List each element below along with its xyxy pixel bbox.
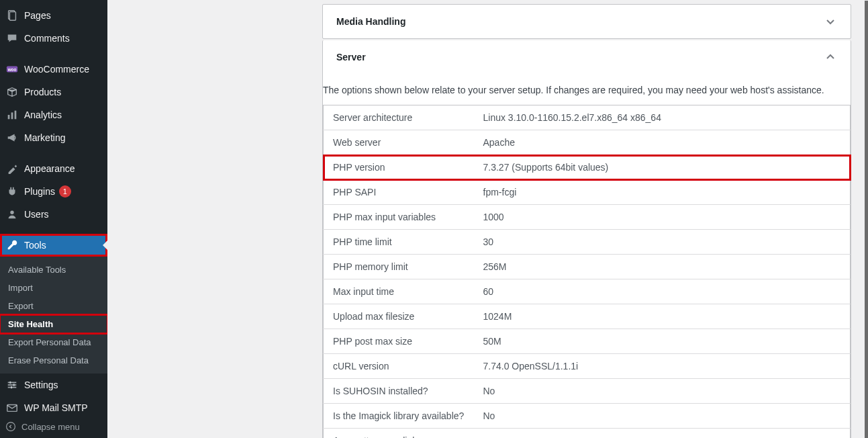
svg-rect-11	[9, 382, 11, 384]
info-value: fpm-fcgi	[474, 180, 851, 205]
sidebar-item-analytics[interactable]: Analytics	[0, 103, 107, 126]
collapse-icon	[5, 421, 16, 432]
table-row: cURL version7.74.0 OpenSSL/1.1.1i	[324, 354, 851, 379]
sidebar-item-label: Pages	[24, 10, 51, 21]
panel-server-toggle[interactable]: Server	[323, 40, 851, 74]
info-label: PHP version	[324, 155, 474, 180]
table-row: Server architectureLinux 3.10.0-1160.15.…	[324, 105, 851, 130]
info-label: Are pretty permalinks supported?	[324, 429, 474, 439]
info-value: 30	[474, 230, 851, 255]
info-value: 60	[474, 279, 851, 304]
svg-rect-1	[9, 12, 15, 21]
submenu-item-export-personal-data[interactable]: Export Personal Data	[0, 333, 107, 351]
panel-media-handling-toggle[interactable]: Media Handling	[323, 5, 851, 38]
appearance-icon	[5, 162, 19, 175]
marketing-icon	[5, 131, 19, 144]
pages-icon	[5, 9, 19, 22]
sidebar-item-label: Analytics	[24, 110, 62, 120]
panel-server-title: Server	[336, 52, 366, 62]
table-row: Max input time60	[324, 279, 851, 304]
menu-separator	[0, 50, 107, 58]
info-label: Web server	[324, 130, 474, 155]
table-row: PHP SAPIfpm-fcgi	[324, 180, 851, 205]
submenu-item-erase-personal-data[interactable]: Erase Personal Data	[0, 351, 107, 369]
server-info-table: Server architectureLinux 3.10.0-1160.15.…	[323, 105, 851, 438]
info-label: PHP SAPI	[324, 180, 474, 205]
info-label: PHP memory limit	[324, 255, 474, 279]
panel-media-handling: Media Handling	[322, 4, 851, 39]
table-row: Is the Imagick library available?No	[324, 404, 851, 429]
table-row: Upload max filesize1024M	[324, 304, 851, 329]
info-label: PHP max input variables	[324, 205, 474, 230]
update-badge: 1	[59, 185, 71, 198]
svg-point-7	[10, 211, 13, 214]
sidebar-item-marketing[interactable]: Marketing	[0, 126, 107, 149]
sidebar-item-appearance[interactable]: Appearance	[0, 157, 107, 180]
panel-media-title: Media Handling	[336, 16, 405, 27]
submenu-item-available-tools[interactable]: Available Tools	[0, 261, 107, 279]
table-row: Web serverApache	[324, 130, 851, 155]
info-value: Yes	[474, 429, 851, 439]
tools-icon	[5, 238, 19, 252]
users-icon	[5, 208, 19, 221]
sidebar-item-label: Settings	[24, 380, 58, 390]
sidebar-item-label: Tools	[24, 240, 46, 251]
info-value: 7.74.0 OpenSSL/1.1.1i	[474, 354, 851, 379]
chevron-up-icon	[824, 50, 837, 64]
info-label: Max input time	[324, 279, 474, 304]
info-value: Linux 3.10.0-1160.15.2.el7.x86_64 x86_64	[474, 105, 851, 130]
info-label: Is SUHOSIN installed?	[324, 379, 474, 404]
mail-icon	[5, 401, 19, 414]
svg-rect-4	[8, 115, 10, 119]
svg-rect-9	[8, 384, 17, 386]
svg-rect-8	[8, 382, 17, 384]
woo-icon: woo	[5, 62, 19, 76]
info-value: 7.3.27 (Supports 64bit values)	[474, 155, 851, 180]
sidebar-item-label: Users	[24, 209, 49, 220]
info-value: Apache	[474, 130, 851, 155]
main-content: Media Handling Server The options shown …	[107, 0, 865, 438]
sidebar-item-pages[interactable]: Pages	[0, 4, 107, 27]
info-value: 256M	[474, 255, 851, 279]
info-label: PHP post max size	[324, 329, 474, 354]
table-row: Is SUHOSIN installed?No	[324, 379, 851, 404]
admin-sidebar: PagesCommentswooWooCommerceProductsAnaly…	[0, 0, 107, 438]
svg-rect-5	[11, 112, 13, 119]
chevron-down-icon	[824, 15, 837, 28]
sidebar-item-label: Plugins	[24, 186, 55, 197]
comment-icon	[5, 32, 19, 45]
analytics-icon	[5, 108, 19, 122]
sidebar-item-products[interactable]: Products	[0, 81, 107, 103]
table-row: PHP max input variables1000	[324, 205, 851, 230]
sidebar-item-settings[interactable]: Settings	[0, 374, 107, 396]
sidebar-top-menu: PagesCommentswooWooCommerceProductsAnaly…	[0, 4, 107, 419]
vertical-scrollbar[interactable]	[865, 1, 868, 438]
info-value: 1000	[474, 205, 851, 230]
table-row: PHP time limit30	[324, 230, 851, 255]
sidebar-item-users[interactable]: Users	[0, 203, 107, 226]
sidebar-item-tools[interactable]: Tools	[0, 234, 107, 257]
collapse-menu[interactable]: Collapse menu	[0, 415, 107, 438]
submenu-item-export[interactable]: Export	[0, 297, 107, 315]
info-label: Upload max filesize	[324, 304, 474, 329]
info-value: No	[474, 379, 851, 404]
sidebar-item-woocommerce[interactable]: wooWooCommerce	[0, 58, 107, 81]
sidebar-item-label: Comments	[24, 33, 70, 44]
sidebar-item-label: WP Mail SMTP	[24, 402, 88, 413]
panel-server: Server The options shown below relate to…	[322, 40, 851, 438]
sidebar-item-label: Marketing	[24, 132, 65, 143]
table-row: PHP post max size50M	[324, 329, 851, 354]
menu-separator	[0, 226, 107, 234]
info-label: PHP time limit	[324, 230, 474, 255]
svg-rect-12	[13, 384, 15, 386]
submenu-item-import[interactable]: Import	[0, 279, 107, 297]
svg-text:woo: woo	[7, 67, 17, 72]
svg-rect-13	[11, 386, 12, 389]
submenu-item-site-health[interactable]: Site Health	[0, 315, 107, 333]
svg-point-15	[7, 423, 15, 431]
sidebar-item-comments[interactable]: Comments	[0, 27, 107, 50]
products-icon	[5, 85, 19, 99]
table-row: Are pretty permalinks supported?Yes	[324, 429, 851, 439]
sidebar-item-plugins[interactable]: Plugins1	[0, 180, 107, 203]
plugins-icon	[5, 185, 19, 198]
